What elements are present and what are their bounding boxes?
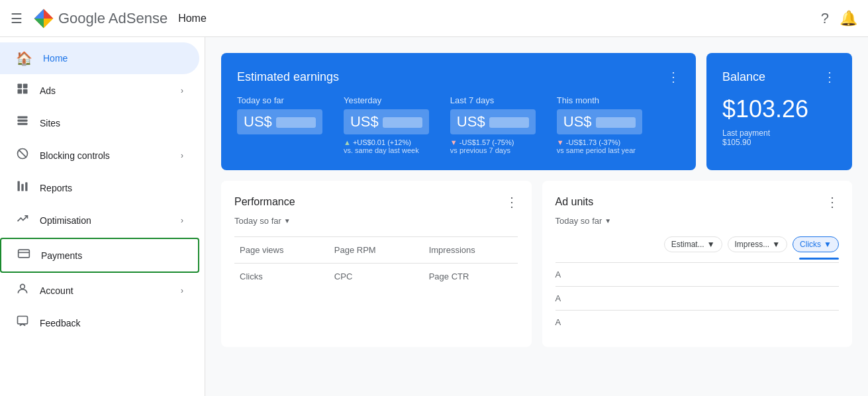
performance-panel: Performance ⋮ Today so far ▼ Page views … bbox=[221, 181, 532, 347]
sidebar-item-account[interactable]: Account › bbox=[0, 274, 199, 307]
earnings-period-today: Today so far bbox=[237, 95, 322, 105]
balance-amount: $103.26 bbox=[722, 95, 836, 123]
earnings-value-today: US$ bbox=[237, 109, 322, 134]
earnings-prefix: US$ bbox=[563, 113, 592, 130]
earnings-prefix: US$ bbox=[244, 113, 272, 130]
payments-item-wrapper: Payments bbox=[0, 238, 199, 273]
performance-period-selector[interactable]: Today so far ▼ bbox=[234, 216, 291, 226]
ad-units-row: A bbox=[555, 262, 840, 286]
main-content: Estimated earnings ⋮ Today so far US$ bbox=[205, 37, 868, 396]
filter-clicks[interactable]: Clicks ▼ bbox=[793, 236, 839, 252]
sidebar-item-feedback[interactable]: Feedback bbox=[0, 307, 199, 339]
ad-units-period-selector[interactable]: Today so far ▼ bbox=[555, 216, 612, 226]
sidebar-item-label: Blocking controls bbox=[40, 150, 110, 161]
change-arrow-down2: ▼ bbox=[557, 138, 566, 146]
earnings-card-header: Estimated earnings ⋮ bbox=[237, 69, 680, 85]
account-icon bbox=[16, 282, 29, 299]
ad-units-panel: Ad units ⋮ Today so far ▼ Estimat... ▼ I… bbox=[542, 181, 853, 347]
help-icon[interactable]: ? bbox=[821, 10, 829, 27]
earnings-value-thismonth: US$ bbox=[557, 109, 642, 134]
sidebar-item-label: Account bbox=[40, 285, 73, 296]
earnings-thismonth: This month US$ ▼ -US$1.73 (-37%) vs same… bbox=[557, 95, 642, 154]
perf-metric-page-rpm: Page RPM bbox=[329, 236, 424, 263]
sidebar-item-label: Reports bbox=[40, 183, 72, 193]
svg-marker-3 bbox=[34, 9, 44, 18]
earnings-today: Today so far US$ bbox=[237, 95, 322, 154]
performance-panel-title: Performance bbox=[234, 196, 295, 208]
perf-metric-impressions: Impressions bbox=[424, 236, 518, 263]
earnings-change-last7: ▼ -US$1.57 (-75%) vs previous 7 days bbox=[450, 138, 536, 154]
sidebar-item-blocking-controls[interactable]: Blocking controls › bbox=[0, 139, 199, 172]
ad-units-row: A bbox=[555, 310, 840, 334]
sidebar-item-sites[interactable]: Sites bbox=[0, 107, 199, 139]
svg-rect-8 bbox=[18, 117, 28, 119]
ad-units-panel-header: Ad units ⋮ bbox=[555, 194, 840, 210]
earnings-yesterday: Yesterday US$ ▲ +US$0.01 (+12%) vs. same… bbox=[344, 95, 429, 154]
perf-metric-page-views: Page views bbox=[234, 236, 329, 263]
filter-estimated-caret: ▼ bbox=[707, 240, 715, 249]
change-note: vs same period last year bbox=[557, 146, 636, 154]
home-icon: 🏠 bbox=[16, 50, 32, 66]
sidebar-item-label: Ads bbox=[40, 85, 56, 96]
earnings-masked-thismonth bbox=[596, 117, 636, 128]
sidebar-item-home[interactable]: 🏠 Home bbox=[0, 42, 199, 74]
main-layout: 🏠 Home Ads › Sites Blocking controls › bbox=[0, 37, 868, 396]
change-value: -US$1.57 (-75%) bbox=[459, 138, 514, 146]
earnings-period-thismonth: This month bbox=[557, 95, 642, 105]
estimated-earnings-card: Estimated earnings ⋮ Today so far US$ bbox=[221, 53, 696, 170]
svg-marker-2 bbox=[34, 19, 44, 28]
svg-line-12 bbox=[19, 150, 26, 158]
sidebar-item-label: Sites bbox=[40, 118, 60, 128]
sidebar-item-optimisation[interactable]: Optimisation › bbox=[0, 204, 199, 236]
filter-estimated[interactable]: Estimat... ▼ bbox=[664, 236, 722, 252]
ad-units-panel-menu-icon[interactable]: ⋮ bbox=[826, 194, 839, 210]
ad-units-row: A bbox=[555, 286, 840, 310]
sidebar-item-label: Optimisation bbox=[40, 215, 91, 226]
filter-estimated-label: Estimat... bbox=[671, 240, 704, 249]
svg-rect-5 bbox=[23, 84, 28, 89]
last-payment-amount: $105.90 bbox=[722, 138, 751, 147]
ad-units-panel-title: Ad units bbox=[555, 196, 594, 208]
feedback-icon bbox=[16, 315, 29, 331]
performance-panel-menu-icon[interactable]: ⋮ bbox=[505, 194, 518, 210]
svg-rect-6 bbox=[18, 89, 23, 94]
earnings-card-menu-icon[interactable]: ⋮ bbox=[667, 69, 680, 85]
svg-rect-7 bbox=[23, 89, 28, 94]
last-payment-label: Last payment bbox=[722, 128, 770, 138]
earnings-value-last7: US$ bbox=[450, 109, 536, 134]
sidebar-item-reports[interactable]: Reports bbox=[0, 172, 199, 204]
performance-panel-header: Performance ⋮ bbox=[234, 194, 518, 210]
notifications-icon[interactable]: 🔔 bbox=[840, 10, 857, 27]
filter-clicks-caret: ▼ bbox=[824, 240, 832, 249]
ad-units-period-label: Today so far bbox=[555, 216, 603, 226]
ad-unit-label: A bbox=[555, 293, 840, 303]
logo: Google AdSense bbox=[33, 8, 168, 29]
earnings-masked-yesterday bbox=[383, 117, 422, 128]
menu-icon[interactable]: ☰ bbox=[11, 11, 23, 26]
earnings-grid: Today so far US$ Yesterday US$ bbox=[237, 95, 680, 154]
balance-last-payment: Last payment $105.90 bbox=[722, 128, 836, 147]
change-value: -US$1.73 (-37%) bbox=[566, 138, 621, 146]
perf-metric-cpc: CPC bbox=[329, 263, 424, 289]
ad-unit-label: A bbox=[555, 317, 840, 327]
sidebar-item-payments[interactable]: Payments bbox=[1, 239, 198, 272]
svg-rect-16 bbox=[19, 250, 30, 258]
filter-clicks-label: Clicks bbox=[800, 240, 821, 249]
sidebar-item-label: Payments bbox=[41, 250, 82, 261]
sidebar-item-label: Home bbox=[43, 53, 68, 64]
performance-period-caret: ▼ bbox=[284, 217, 291, 224]
performance-metrics-grid: Page views Page RPM Impressions Clicks C… bbox=[234, 236, 518, 289]
balance-card-title: Balance bbox=[722, 70, 765, 84]
expand-icon: › bbox=[181, 286, 183, 295]
earnings-last7: Last 7 days US$ ▼ -US$1.57 (-75%) vs pre… bbox=[450, 95, 536, 154]
payments-icon bbox=[17, 247, 30, 264]
top-cards-row: Estimated earnings ⋮ Today so far US$ bbox=[221, 53, 852, 170]
blocking-controls-icon bbox=[16, 147, 29, 164]
change-arrow-down: ▼ bbox=[450, 138, 459, 146]
svg-rect-19 bbox=[18, 317, 28, 324]
filter-impressions[interactable]: Impress... ▼ bbox=[728, 236, 788, 252]
svg-rect-4 bbox=[18, 84, 23, 89]
svg-rect-13 bbox=[18, 181, 20, 191]
sidebar-item-ads[interactable]: Ads › bbox=[0, 74, 199, 107]
balance-card-menu-icon[interactable]: ⋮ bbox=[823, 69, 836, 85]
